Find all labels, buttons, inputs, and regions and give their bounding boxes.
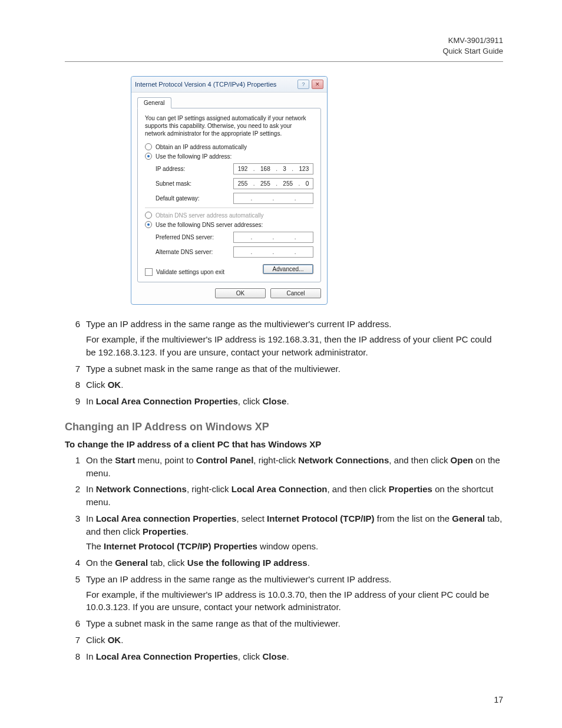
step-item: 6Type an IP address in the same range as… [65, 318, 503, 358]
step-text: Type a subnet mask in the same range as … [86, 363, 503, 375]
help-icon[interactable]: ? [297, 80, 309, 89]
label-pref-dns: Preferred DNS server: [156, 234, 233, 241]
step-item: 8Click OK. [65, 378, 503, 391]
label-gateway: Default gateway: [156, 195, 233, 202]
radio-icon [145, 153, 152, 160]
step-number: 9 [65, 395, 80, 408]
step-item: 9In Local Area Connection Properties, cl… [65, 395, 503, 408]
step-item: 8In Local Area Connection Properties, cl… [65, 650, 503, 663]
doc-title: KMV-3901/3911 [65, 35, 503, 46]
label-mask: Subnet mask: [156, 180, 233, 187]
step-text: In Local Area Connection Properties, cli… [86, 650, 503, 663]
label-alt-dns: Alternate DNS server: [156, 249, 233, 255]
input-mask[interactable]: 255. 255. 255. 0 [233, 178, 313, 189]
step-number: 1 [65, 454, 80, 480]
close-icon[interactable]: ✕ [312, 80, 323, 89]
label-ip: IP address: [156, 166, 233, 172]
step-text: In Local Area Connection Properties, cli… [86, 395, 503, 408]
radio-use-ip[interactable]: Use the following IP address: [145, 153, 313, 160]
doc-header: KMV-3901/3911 Quick Start Guide [65, 35, 503, 57]
step-subtext: For example, if the multiviewer's IP add… [86, 333, 503, 359]
step-text: In Network Connections, right-click Loca… [86, 483, 503, 509]
header-rule [65, 61, 503, 62]
tab-general[interactable]: General [137, 97, 171, 108]
dialog-titlebar[interactable]: Internet Protocol Version 4 (TCP/IPv4) P… [131, 77, 327, 93]
step-number: 8 [65, 378, 80, 391]
checkbox-icon [145, 268, 153, 276]
cancel-button[interactable]: Cancel [270, 288, 321, 298]
step-item: 1On the Start menu, point to Control Pan… [65, 454, 503, 480]
step-number: 2 [65, 483, 80, 509]
radio-auto-ip[interactable]: Obtain an IP address automatically [145, 143, 313, 150]
step-text: Type an IP address in the same range as … [86, 573, 503, 614]
radio-icon [145, 221, 152, 228]
input-alt-dns[interactable]: . . . [233, 246, 313, 258]
step-list-a: 6Type an IP address in the same range as… [65, 318, 503, 408]
doc-subtitle: Quick Start Guide [65, 46, 503, 57]
step-item: 4On the General tab, click Use the follo… [65, 556, 503, 569]
step-item: 7Type a subnet mask in the same range as… [65, 363, 503, 375]
input-ip[interactable]: 192. 168. 3. 123 [233, 163, 313, 174]
step-text: On the General tab, click Use the follow… [86, 556, 503, 569]
step-item: 7Click OK. [65, 634, 503, 647]
step-item: 5Type an IP address in the same range as… [65, 573, 503, 614]
radio-auto-dns: Obtain DNS server address automatically [145, 212, 313, 219]
step-number: 6 [65, 318, 80, 358]
step-number: 5 [65, 573, 80, 614]
input-pref-dns[interactable]: . . . [233, 232, 313, 243]
step-subtext: For example, if the multiviewer's IP add… [86, 588, 503, 614]
radio-use-dns[interactable]: Use the following DNS server addresses: [145, 221, 313, 228]
page-number: 17 [494, 695, 503, 704]
step-number: 3 [65, 512, 80, 553]
dialog-title: Internet Protocol Version 4 (TCP/IPv4) P… [135, 81, 276, 88]
radio-icon [145, 212, 152, 219]
step-number: 6 [65, 617, 80, 630]
step-subtext: The Internet Protocol (TCP/IP) Propertie… [86, 540, 503, 553]
step-number: 7 [65, 363, 80, 375]
advanced-button[interactable]: Advanced... [263, 264, 313, 274]
step-text: On the Start menu, point to Control Pane… [86, 454, 503, 480]
section-heading: Changing an IP Address on Windows XP [65, 421, 503, 433]
step-text: Type a subnet mask in the same range as … [86, 617, 503, 630]
input-gateway[interactable]: . . . [233, 193, 313, 204]
checkbox-validate[interactable]: Validate settings upon exit [145, 268, 224, 276]
step-text: Type an IP address in the same range as … [86, 318, 503, 358]
section-lead: To change the IP address of a client PC … [65, 439, 503, 449]
step-item: 3In Local Area connection Properties, se… [65, 512, 503, 553]
step-text: Click OK. [86, 634, 503, 647]
step-number: 8 [65, 650, 80, 663]
step-number: 7 [65, 634, 80, 647]
dialog-description: You can get IP settings assigned automat… [145, 114, 313, 137]
step-text: In Local Area connection Properties, sel… [86, 512, 503, 553]
step-number: 4 [65, 556, 80, 569]
step-item: 2In Network Connections, right-click Loc… [65, 483, 503, 509]
tcpip-dialog: Internet Protocol Version 4 (TCP/IPv4) P… [131, 76, 328, 305]
step-item: 6Type a subnet mask in the same range as… [65, 617, 503, 630]
step-text: Click OK. [86, 378, 503, 391]
ok-button[interactable]: OK [215, 288, 266, 298]
radio-icon [145, 143, 152, 150]
step-list-b: 1On the Start menu, point to Control Pan… [65, 454, 503, 663]
